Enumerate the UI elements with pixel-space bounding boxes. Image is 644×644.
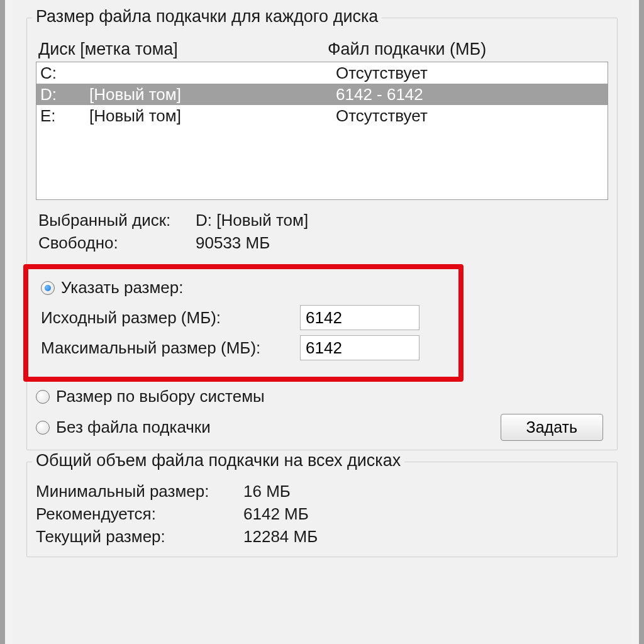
drive-pagefile: 6142 - 6142 xyxy=(336,84,604,105)
initial-size-input[interactable] xyxy=(300,305,419,330)
recommended-label: Рекомендуется: xyxy=(36,502,243,525)
maximum-size-input[interactable] xyxy=(300,335,419,360)
drive-list-headers: Диск [метка тома] Файл подкачки (МБ) xyxy=(38,40,608,59)
radio-custom-size-label: Указать размер: xyxy=(61,278,184,297)
header-pagefile: Файл подкачки (МБ) xyxy=(328,40,608,59)
drive-pagefile: Отсутствует xyxy=(336,62,604,84)
radio-custom-size-row[interactable]: Указать размер: xyxy=(41,278,452,297)
radio-system-managed-label: Размер по выбору системы xyxy=(56,387,265,406)
group-per-drive: Размер файла подкачки для каждого диска … xyxy=(26,18,618,450)
radio-system-managed-row[interactable]: Размер по выбору системы xyxy=(36,387,608,406)
set-button[interactable]: Задать xyxy=(501,414,603,441)
recommended-value: 6142 МБ xyxy=(243,502,608,525)
radio-no-paging-row[interactable]: Без файла подкачки xyxy=(36,418,211,437)
drive-list[interactable]: C: Отсутствует D: [Новый том] 6142 - 614… xyxy=(36,62,608,200)
selected-drive-value: D: [Новый том] xyxy=(196,209,608,231)
drive-label xyxy=(89,62,336,84)
current-size-label: Текущий размер: xyxy=(36,525,243,548)
selected-drive-label: Выбранный диск: xyxy=(38,209,196,231)
virtual-memory-dialog: Размер файла подкачки для каждого диска … xyxy=(13,0,631,644)
drive-row-d[interactable]: D: [Новый том] 6142 - 6142 xyxy=(36,84,608,105)
group-totals-title: Общий объем файла подкачки на всех диска… xyxy=(32,451,404,470)
free-space-label: Свободно: xyxy=(38,231,196,254)
initial-size-label: Исходный размер (МБ): xyxy=(41,308,300,328)
selected-drive-block: Выбранный диск: D: [Новый том] Свободно:… xyxy=(38,209,608,254)
min-size-label: Минимальный размер: xyxy=(36,480,243,502)
drive-label: [Новый том] xyxy=(89,84,336,105)
custom-size-highlight: Указать размер: Исходный размер (МБ): Ма… xyxy=(23,264,464,382)
group-per-drive-title: Размер файла подкачки для каждого диска xyxy=(32,7,382,26)
drive-letter: C: xyxy=(40,62,89,84)
window-backdrop: Размер файла подкачки для каждого диска … xyxy=(0,0,644,644)
radio-system-managed[interactable] xyxy=(36,390,50,404)
drive-letter: E: xyxy=(40,105,89,126)
maximum-size-label: Максимальный размер (МБ): xyxy=(41,338,300,358)
min-size-value: 16 МБ xyxy=(243,480,608,502)
drive-row-c[interactable]: C: Отсутствует xyxy=(36,62,608,84)
drive-label: [Новый том] xyxy=(89,105,336,126)
drive-pagefile: Отсутствует xyxy=(336,105,604,126)
group-totals: Общий объем файла подкачки на всех диска… xyxy=(26,462,618,557)
radio-no-paging-label: Без файла подкачки xyxy=(56,418,211,437)
free-space-value: 90533 МБ xyxy=(196,231,608,254)
drive-letter: D: xyxy=(40,84,89,105)
current-size-value: 12284 МБ xyxy=(243,525,608,548)
header-drive: Диск [метка тома] xyxy=(38,40,328,59)
drive-row-e[interactable]: E: [Новый том] Отсутствует xyxy=(36,105,608,126)
radio-custom-size[interactable] xyxy=(41,281,55,295)
radio-no-paging[interactable] xyxy=(36,421,50,435)
